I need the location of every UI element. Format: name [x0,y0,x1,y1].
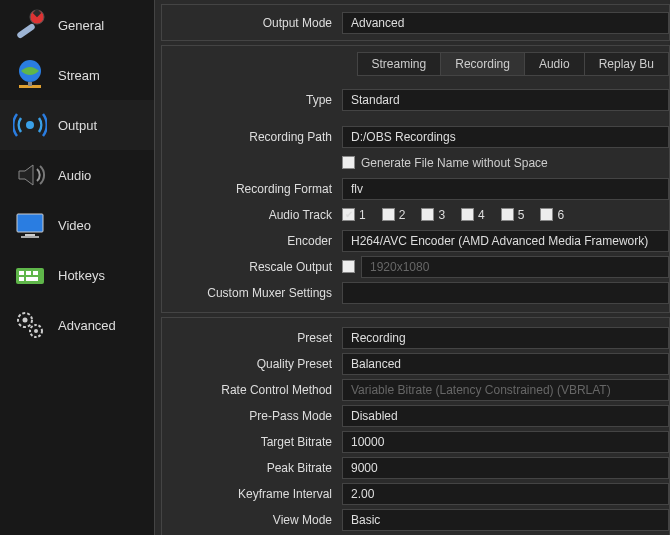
tab-streaming[interactable]: Streaming [357,52,442,76]
type-select[interactable]: Standard [342,89,669,111]
svg-rect-5 [28,82,32,86]
svg-rect-0 [16,23,36,39]
sidebar-item-output[interactable]: Output [0,100,154,150]
sidebar-item-label: Stream [58,68,100,83]
track-5-label: 5 [518,208,525,222]
recording-path-label: Recording Path [162,130,342,144]
muxer-label: Custom Muxer Settings [162,286,342,300]
track-1-checkbox[interactable]: ✔ [342,208,355,221]
target-bitrate-input[interactable]: 10000 [342,431,669,453]
sidebar-item-hotkeys[interactable]: Hotkeys [0,250,154,300]
track-5-checkbox[interactable] [501,208,514,221]
sidebar-item-label: Video [58,218,91,233]
sidebar-item-label: Audio [58,168,91,183]
svg-rect-14 [19,277,24,281]
track-2-checkbox[interactable] [382,208,395,221]
rescale-select[interactable]: 1920x1080 [361,256,669,278]
svg-rect-15 [26,277,38,281]
quality-preset-select[interactable]: Balanced [342,353,669,375]
recording-path-input[interactable]: D:/OBS Recordings [342,126,669,148]
svg-point-6 [26,121,34,129]
recording-section: Streaming Recording Audio Replay Bu Type… [161,45,670,313]
svg-rect-11 [19,271,24,275]
audio-track-label: Audio Track [162,208,342,222]
svg-point-19 [34,329,38,333]
sidebar-item-audio[interactable]: Audio [0,150,154,200]
output-mode-select[interactable]: Advanced [342,12,669,34]
keyframe-input[interactable]: 2.00 [342,483,669,505]
quality-preset-label: Quality Preset [162,357,342,371]
peak-bitrate-label: Peak Bitrate [162,461,342,475]
view-mode-select[interactable]: Basic [342,509,669,531]
prepass-select[interactable]: Disabled [342,405,669,427]
track-6-checkbox[interactable] [540,208,553,221]
sidebar-item-video[interactable]: Video [0,200,154,250]
sidebar-item-advanced[interactable]: Advanced [0,300,154,350]
svg-rect-13 [33,271,38,275]
globe-icon [12,57,48,93]
track-3-checkbox[interactable] [421,208,434,221]
audio-track-group: ✔1 2 3 4 5 6 [342,208,669,222]
recording-format-label: Recording Format [162,182,342,196]
rate-control-select[interactable]: Variable Bitrate (Latency Constrained) (… [342,379,669,401]
sidebar-item-label: Output [58,118,97,133]
track-2-label: 2 [399,208,406,222]
preset-select[interactable]: Recording [342,327,669,349]
sidebar-item-stream[interactable]: Stream [0,50,154,100]
encoder-section: Preset Recording Quality Preset Balanced… [161,317,670,535]
gears-icon [12,307,48,343]
tab-audio[interactable]: Audio [524,52,585,76]
sidebar-item-label: Advanced [58,318,116,333]
svg-point-17 [23,318,28,323]
track-4-label: 4 [478,208,485,222]
sidebar-item-general[interactable]: General [0,0,154,50]
svg-rect-8 [25,234,35,236]
output-tabs: Streaming Recording Audio Replay Bu [162,46,669,80]
sidebar-item-label: General [58,18,104,33]
sidebar: General Stream Output Audio Video Hotkey… [0,0,155,535]
svg-rect-9 [21,236,39,238]
encoder-select[interactable]: H264/AVC Encoder (AMD Advanced Media Fra… [342,230,669,252]
speaker-icon [12,157,48,193]
rescale-label: Rescale Output [162,260,342,274]
genfile-checkbox[interactable] [342,156,355,169]
peak-bitrate-input[interactable]: 9000 [342,457,669,479]
svg-rect-12 [26,271,31,275]
recording-format-select[interactable]: flv [342,178,669,200]
tab-replay-buffer[interactable]: Replay Bu [584,52,669,76]
wrench-icon [12,7,48,43]
genfile-label: Generate File Name without Space [361,156,548,170]
output-mode-label: Output Mode [162,16,342,30]
encoder-label: Encoder [162,234,342,248]
rescale-checkbox[interactable] [342,260,355,273]
main-panel: Output Mode Advanced Streaming Recording… [155,0,670,535]
preset-label: Preset [162,331,342,345]
track-3-label: 3 [438,208,445,222]
output-mode-section: Output Mode Advanced [161,4,670,41]
rate-control-label: Rate Control Method [162,383,342,397]
track-1-label: 1 [359,208,366,222]
svg-rect-10 [16,268,44,284]
view-mode-label: View Mode [162,513,342,527]
keyframe-label: Keyframe Interval [162,487,342,501]
target-bitrate-label: Target Bitrate [162,435,342,449]
prepass-label: Pre-Pass Mode [162,409,342,423]
tab-recording[interactable]: Recording [440,52,525,76]
track-4-checkbox[interactable] [461,208,474,221]
muxer-input[interactable] [342,282,669,304]
monitor-icon [12,207,48,243]
svg-rect-7 [17,214,43,232]
broadcast-icon [12,107,48,143]
track-6-label: 6 [557,208,564,222]
keyboard-icon [12,257,48,293]
sidebar-item-label: Hotkeys [58,268,105,283]
type-label: Type [162,93,342,107]
